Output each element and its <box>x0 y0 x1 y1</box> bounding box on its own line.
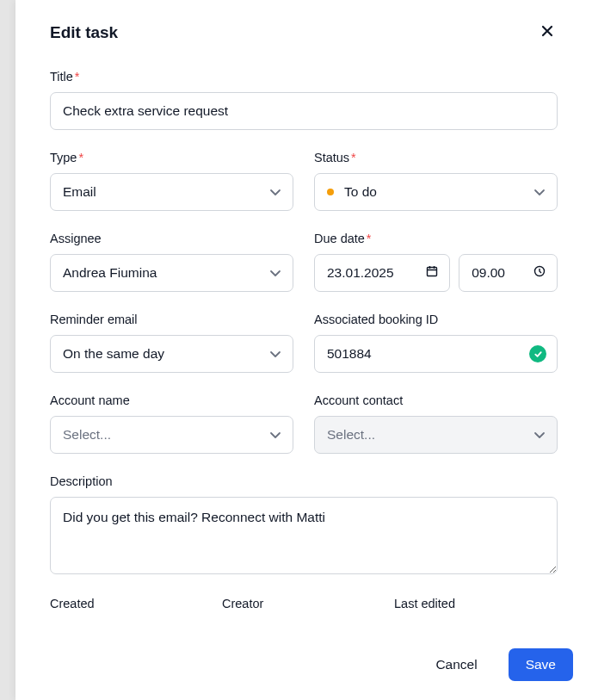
reminder-select[interactable]: On the same day <box>50 335 293 373</box>
assignee-select[interactable]: Andrea Fiumina <box>50 254 293 292</box>
title-label: Title* <box>50 70 558 84</box>
chevron-down-icon <box>533 185 546 199</box>
account-name-select[interactable]: Select... <box>50 416 293 454</box>
due-time-value: 09.00 <box>472 265 505 281</box>
assignee-label: Assignee <box>50 232 293 245</box>
svg-rect-0 <box>428 268 437 276</box>
edit-task-modal: Edit task Title* Type* Email <box>15 0 592 700</box>
created-label: Created <box>50 597 213 610</box>
account-name-label: Account name <box>50 393 293 407</box>
save-button[interactable]: Save <box>509 648 573 681</box>
modal-footer: Cancel Save <box>15 633 592 700</box>
assignee-group: Assignee Andrea Fiumina <box>50 232 293 292</box>
due-date-group: Due date* 23.01.2025 09.00 <box>314 232 558 292</box>
modal-body: Title* Type* Email Status* To do <box>15 53 592 633</box>
account-name-group: Account name Select... <box>50 393 293 454</box>
chevron-down-icon <box>268 266 282 280</box>
chevron-down-icon <box>268 428 282 442</box>
description-label: Description <box>50 474 558 488</box>
title-input[interactable] <box>50 92 558 130</box>
booking-id-group: Associated booking ID 501884 <box>314 313 558 373</box>
type-label: Type* <box>50 151 293 164</box>
close-icon <box>540 24 554 40</box>
close-button[interactable] <box>537 21 558 44</box>
status-label: Status* <box>314 151 558 164</box>
due-time-input[interactable]: 09.00 <box>459 254 558 292</box>
status-select[interactable]: To do <box>314 173 558 211</box>
last-edited-label: Last edited <box>394 597 558 610</box>
description-group: Description <box>50 474 558 574</box>
chevron-down-icon <box>268 347 282 361</box>
type-group: Type* Email <box>50 151 293 211</box>
status-group: Status* To do <box>314 151 558 211</box>
account-name-placeholder: Select... <box>63 427 258 443</box>
chevron-down-icon <box>268 185 282 199</box>
title-group: Title* <box>50 70 558 130</box>
description-textarea[interactable] <box>50 497 558 574</box>
booking-id-label: Associated booking ID <box>314 313 558 326</box>
due-date-label: Due date* <box>314 232 558 245</box>
chevron-down-icon <box>533 428 546 442</box>
status-value: To do <box>344 184 522 200</box>
check-circle-icon <box>529 345 546 362</box>
reminder-group: Reminder email On the same day <box>50 313 293 373</box>
due-date-value: 23.01.2025 <box>327 265 394 281</box>
meta-row: Created Creator Last edited <box>50 597 558 610</box>
reminder-label: Reminder email <box>50 313 293 326</box>
booking-id-input[interactable]: 501884 <box>314 335 558 373</box>
creator-label: Creator <box>222 597 385 610</box>
cancel-button[interactable]: Cancel <box>418 648 494 681</box>
assignee-value: Andrea Fiumina <box>63 265 258 281</box>
modal-title: Edit task <box>50 23 118 42</box>
account-contact-select[interactable]: Select... <box>314 416 558 454</box>
type-select[interactable]: Email <box>50 173 293 211</box>
due-date-input[interactable]: 23.01.2025 <box>314 254 450 292</box>
account-contact-group: Account contact Select... <box>314 393 558 454</box>
calendar-icon <box>425 264 439 282</box>
account-contact-placeholder: Select... <box>327 427 522 443</box>
type-value: Email <box>63 184 258 200</box>
account-contact-label: Account contact <box>314 393 558 407</box>
modal-header: Edit task <box>15 0 592 53</box>
status-dot-icon <box>327 189 334 195</box>
reminder-value: On the same day <box>63 346 258 362</box>
booking-id-value: 501884 <box>327 346 372 362</box>
clock-icon <box>533 264 546 282</box>
